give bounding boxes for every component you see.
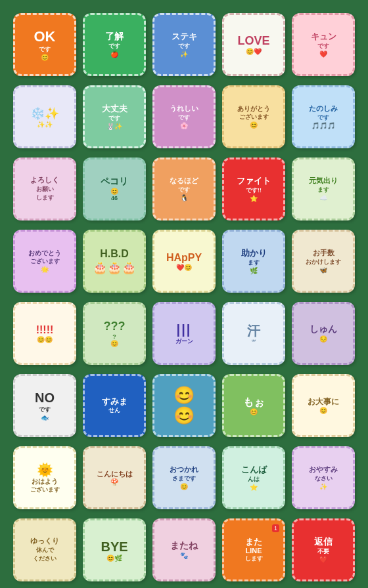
sticker-22-sub: ? (112, 333, 116, 340)
sticker-37-text: BYE (101, 539, 127, 555)
sticker-11-sub: お願い (36, 185, 54, 194)
sticker-23[interactable]: ||| ガーン (152, 302, 216, 365)
sticker-12-sub: 46 (111, 195, 118, 201)
sticker-1[interactable]: OK です 😊 (13, 13, 76, 76)
sticker-40-sub: 不要 (317, 547, 329, 556)
sticker-25[interactable]: しゅん 😔 (292, 302, 355, 365)
sticker-38-text: またね (170, 541, 198, 552)
sticker-2-emoji: 🍎 (110, 51, 118, 58)
sticker-33-sub: さまです (172, 474, 196, 483)
sticker-13[interactable]: なるほど です 🐧 (152, 158, 216, 220)
sticker-19[interactable]: 助かり ます 🌿 (222, 230, 285, 293)
sticker-26[interactable]: NO です 🐟 (13, 374, 76, 437)
sticker-33-emoji: 😊 (180, 483, 188, 490)
sticker-6-emoji: ❄️✨ (30, 106, 59, 121)
sticker-8[interactable]: うれしい です 🌸 (152, 85, 216, 148)
sticker-31[interactable]: 🌞 おはよう ございます (13, 446, 76, 509)
sticker-3[interactable]: ステキ です ✨ (152, 13, 216, 76)
sticker-1-text: OK (34, 28, 56, 45)
sticker-39[interactable]: 1 また LINE します (222, 518, 285, 581)
sticker-grid: OK です 😊 了解 です 🍎 ステキ です ✨ LOVE 😊❤️ キュン です… (13, 13, 355, 581)
sticker-37[interactable]: BYE 😊🌿 (83, 518, 146, 581)
sticker-17[interactable]: H.B.D 🎂🎂🎂 (83, 230, 146, 293)
sticker-12[interactable]: ペコリ 😊 46 (83, 158, 146, 220)
sticker-9-sub: ございます (239, 113, 269, 121)
sticker-14[interactable]: ファイト です!! ⭐ (222, 158, 285, 220)
sticker-15-sub: ます (317, 186, 329, 194)
sticker-21[interactable]: !!!!! 😊😊 (13, 302, 76, 365)
sticker-1-emoji: 😊 (41, 54, 49, 61)
sticker-27[interactable]: すみま せん (83, 374, 146, 437)
sticker-20[interactable]: お手数 おかけします 🦋 (292, 230, 355, 293)
sticker-23-text: ||| (177, 322, 192, 337)
sticker-39-badge: 1 (272, 524, 279, 532)
sticker-30-text: お大事に (308, 397, 339, 406)
sticker-10-emoji: 🎵🎵🎵 (311, 122, 335, 129)
sticker-28-emoji: 😊😊 (173, 385, 195, 426)
sticker-34[interactable]: こんば んは ⭐ (222, 446, 285, 509)
sticker-2-sub: です (108, 42, 120, 51)
sticker-10-sub: です (317, 114, 329, 122)
sticker-6[interactable]: ❄️✨ ✨✨ (13, 85, 76, 148)
sticker-20-emoji: 🦋 (319, 266, 327, 274)
sticker-15[interactable]: 元気出り ます ☁️ (292, 158, 355, 220)
sticker-16[interactable]: おめでとう ございます 🌟 (13, 230, 76, 293)
sticker-33[interactable]: おつかれ さまです 😊 (152, 446, 216, 509)
sticker-29[interactable]: もぉ 😊 (222, 374, 285, 437)
sticker-26-text: NO (35, 390, 55, 406)
sticker-39-text: また (245, 537, 262, 547)
sticker-35-emoji: ✨ (319, 483, 327, 490)
sticker-4[interactable]: LOVE 😊❤️ (222, 13, 285, 76)
sticker-18[interactable]: HApPY ❤️😊 (152, 230, 216, 293)
sticker-20-sub: おかけします (306, 258, 341, 266)
sticker-35[interactable]: おやすみ なさい ✨ (292, 446, 355, 509)
sticker-34-text: こんば (241, 465, 267, 475)
sticker-9-emoji: 😊 (250, 121, 258, 129)
sticker-13-text: なるほど (170, 177, 198, 185)
sticker-8-emoji: 🌸 (180, 122, 188, 129)
sticker-6-emoji2: ✨✨ (37, 121, 53, 128)
sticker-24[interactable]: 汗 ᵘᵛ (222, 302, 285, 365)
sticker-39-sub: LINE (245, 547, 262, 555)
sticker-13-emoji: 🐧 (180, 194, 188, 201)
sticker-9-text: ありがとう (237, 105, 270, 113)
sticker-14-emoji: ⭐ (250, 195, 258, 202)
sticker-31-text: おはよう (32, 478, 58, 486)
sticker-4-text: LOVE (237, 34, 269, 49)
sticker-22[interactable]: ??? ? 😊 (83, 302, 146, 365)
sticker-36[interactable]: ゆっくり 休んで ください (13, 518, 76, 581)
sticker-39-sub2: します (245, 555, 263, 563)
sticker-32[interactable]: こんにちは 🍄 (83, 446, 146, 509)
sticker-18-text: HApPY (166, 251, 202, 264)
sticker-22-text: ??? (104, 320, 126, 334)
sticker-24-text: 汗 (247, 323, 260, 339)
sticker-30[interactable]: お大事に 😊 (292, 374, 355, 437)
sticker-7[interactable]: 大丈夫 です 🐰✨ (83, 85, 146, 148)
sticker-10[interactable]: たのしみ です 🎵🎵🎵 (292, 85, 355, 148)
sticker-5-text: キュン (311, 32, 336, 42)
sticker-2[interactable]: 了解 です 🍎 (83, 13, 146, 76)
sticker-18-emoji: ❤️😊 (176, 264, 192, 271)
sticker-11[interactable]: よろしく お願い します (13, 158, 76, 220)
sticker-24-sub: ᵘᵛ (252, 339, 256, 345)
sticker-13-sub: です (178, 186, 190, 194)
sticker-16-text: おめでとう (28, 249, 61, 257)
sticker-29-emoji: 😊 (250, 408, 258, 415)
sticker-1-sub: です (39, 45, 51, 54)
sticker-15-emoji: ☁️ (319, 194, 327, 201)
sticker-9[interactable]: ありがとう ございます 😊 (222, 85, 285, 148)
sticker-28[interactable]: 😊😊 (152, 374, 216, 437)
sticker-2-text: 了解 (105, 32, 124, 43)
sticker-14-sub: です!! (246, 186, 262, 195)
sticker-38[interactable]: またね 🐾 (152, 518, 216, 581)
sticker-21-text: !!!!! (36, 324, 54, 336)
sticker-7-emoji: 🐰✨ (106, 123, 122, 130)
sticker-17-emoji: 🎂🎂🎂 (93, 261, 136, 275)
sticker-27-sub: せん (108, 406, 120, 415)
sticker-40[interactable]: 返信 不要 ❤️ (292, 518, 355, 581)
sticker-12-emoji: 😊 (110, 188, 118, 195)
sticker-7-text: 大丈夫 (102, 104, 127, 114)
sticker-25-text: しゅん (310, 324, 337, 335)
sticker-16-emoji: 🌟 (41, 266, 49, 273)
sticker-5[interactable]: キュン です ❤️ (292, 13, 355, 76)
